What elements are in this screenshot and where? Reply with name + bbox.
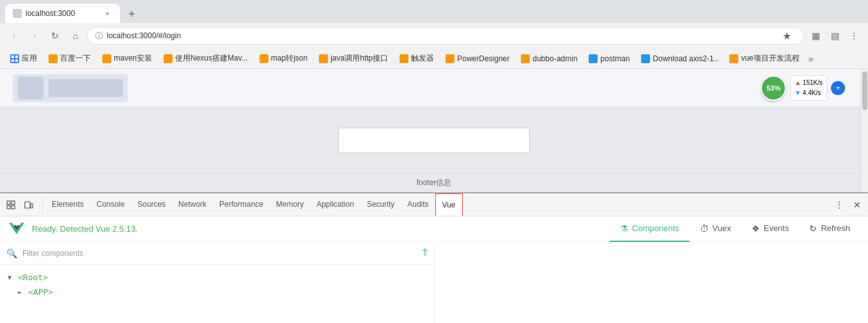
bookmark-apps[interactable]: 应用 <box>5 50 42 66</box>
footer-text: footer信息 <box>417 177 452 188</box>
devtools-close-button[interactable]: ✕ <box>849 197 865 213</box>
page-scrollbar[interactable] <box>860 69 868 192</box>
plus-badge[interactable]: + <box>831 81 845 95</box>
bookmark-favicon <box>399 54 408 63</box>
bookmarks-bar: 应用 百度一下 maven安装 使用Nexus搭建Mav... map转json… <box>0 49 868 69</box>
tab-close-button[interactable]: × <box>102 8 112 19</box>
url-bar[interactable]: ⓘ localhost:3000/#/login ★ <box>87 27 804 45</box>
bookmark-trigger-label: 触发器 <box>411 53 434 64</box>
bookmark-favicon <box>49 54 58 63</box>
scrollbar-thumb[interactable] <box>862 71 867 110</box>
devtools-icons-left <box>3 197 43 213</box>
logo-area <box>13 74 128 102</box>
footer-bar: footer信息 <box>0 173 868 192</box>
tab-console[interactable]: Console <box>90 193 131 216</box>
back-button[interactable]: ‹ <box>5 27 23 45</box>
components-icon: ⚗ <box>620 223 628 234</box>
tab-elements[interactable]: Elements <box>45 193 90 216</box>
vuex-icon: ⏱ <box>700 223 709 234</box>
bookmark-postman[interactable]: postman <box>584 52 635 66</box>
svg-rect-2 <box>7 206 10 209</box>
logo-text-placeholder <box>49 79 123 97</box>
speed-info: ▲ 151K/s ▼ 4.4K/s <box>790 75 827 101</box>
vue-body: 🔍 T̆ ▼ <Root> <box>0 242 868 323</box>
vue-component-tree: ▼ <Root> ► <APP> <box>0 265 434 323</box>
devtools-tabs: Elements Console Sources Network Perform… <box>45 193 831 216</box>
bookmark-trigger[interactable]: 触发器 <box>394 50 439 66</box>
svg-rect-1 <box>12 201 15 204</box>
menu-button[interactable]: ⋮ <box>845 27 863 45</box>
filter-options-icon[interactable]: T̆ <box>422 248 428 258</box>
bookmark-maven[interactable]: maven安装 <box>97 50 157 66</box>
tree-item-root[interactable]: ▼ <Root> <box>0 270 434 285</box>
login-input-box[interactable] <box>338 128 530 153</box>
tab-audits[interactable]: Audits <box>401 193 435 216</box>
forward-button[interactable]: › <box>26 27 43 45</box>
download-speed: ▼ 4.4K/s <box>794 88 823 98</box>
vue-tab-vuex-label: Vuex <box>713 223 731 233</box>
devtools-content: Ready. Detected Vue 2.5.13. ⚗ Components… <box>0 216 868 323</box>
vue-tab-components[interactable]: ⚗ Components <box>610 216 690 242</box>
page-header: 53% ▲ 151K/s ▼ 4.4K/s + <box>0 69 868 107</box>
browser-tab[interactable]: localhost:3000 × <box>5 4 120 23</box>
device-toolbar-button[interactable] <box>20 197 37 213</box>
bookmark-favicon <box>164 54 173 63</box>
devtools-tab-end: ⋮ ✕ <box>831 197 865 213</box>
events-icon: ❖ <box>752 223 760 234</box>
bookmark-apps-label: 应用 <box>22 53 37 64</box>
bookmark-favicon <box>319 54 328 63</box>
page-content: 53% ▲ 151K/s ▼ 4.4K/s + <box>0 69 868 192</box>
tab-sources[interactable]: Sources <box>131 193 172 216</box>
bookmark-powerdesigner[interactable]: PowerDesigner <box>440 52 515 66</box>
bookmark-dubbo[interactable]: dubbo-admin <box>516 52 582 66</box>
devtools-more-button[interactable]: ⋮ <box>831 197 848 213</box>
bookmarks-more-button[interactable]: » <box>806 51 816 66</box>
tree-arrow-app[interactable]: ► <box>18 289 26 296</box>
home-button[interactable]: ⌂ <box>66 27 84 45</box>
address-bar: ‹ › ↻ ⌂ ⓘ localhost:3000/#/login ★ ▦ ▤ ⋮ <box>0 23 868 49</box>
vue-right-tabs: ⚗ Components ⏱ Vuex ❖ Events ↻ <box>610 216 860 242</box>
bookmark-postman-label: postman <box>600 54 630 63</box>
tab-memory[interactable]: Memory <box>270 193 310 216</box>
vue-tab-events[interactable]: ❖ Events <box>741 216 800 242</box>
tab-performance[interactable]: Performance <box>213 193 270 216</box>
bookmark-nexus[interactable]: 使用Nexus搭建Mav... <box>159 50 253 66</box>
bookmark-star-button[interactable]: ★ <box>778 27 796 45</box>
vue-tab-vuex[interactable]: ⏱ Vuex <box>690 216 741 242</box>
extensions-button[interactable]: ▤ <box>826 27 844 45</box>
tab-network[interactable]: Network <box>172 193 213 216</box>
bookmark-favicon <box>729 54 738 63</box>
toolbar-buttons: ▦ ▤ ⋮ <box>807 27 863 45</box>
tree-tag-app: <APP> <box>28 287 53 297</box>
bookmark-vue-flow-label: vue项目开发流程 <box>741 53 799 64</box>
bookmark-java-http-label: java调用http接口 <box>330 53 388 64</box>
new-tab-button[interactable]: + <box>123 5 141 23</box>
vue-left-panel: 🔍 T̆ ▼ <Root> <box>0 242 435 323</box>
page-inner: 53% ▲ 151K/s ▼ 4.4K/s + <box>0 69 868 192</box>
bookmark-map[interactable]: map转json <box>254 50 313 66</box>
tab-application[interactable]: Application <box>310 193 360 216</box>
page-body <box>0 107 868 173</box>
tab-vue[interactable]: Vue <box>435 193 463 216</box>
login-form-area <box>338 128 530 153</box>
vue-tab-components-label: Components <box>632 223 679 233</box>
tab-security[interactable]: Security <box>360 193 401 216</box>
bookmark-vue-flow[interactable]: vue项目开发流程 <box>724 50 804 66</box>
tree-item-app[interactable]: ► <APP> <box>0 285 434 299</box>
refresh-button[interactable]: ↻ <box>46 27 64 45</box>
vue-tab-events-label: Events <box>764 223 789 233</box>
filter-components-input[interactable] <box>22 249 417 258</box>
inspect-element-button[interactable] <box>3 197 19 213</box>
bookmark-dubbo-label: dubbo-admin <box>532 54 577 63</box>
tree-tag-root: <Root> <box>18 273 48 282</box>
tree-arrow-root[interactable]: ▼ <box>8 274 15 281</box>
cast-button[interactable]: ▦ <box>807 27 825 45</box>
bookmark-axis2[interactable]: Download axis2-1.. <box>636 52 723 66</box>
vue-right-panel <box>435 242 868 323</box>
svg-rect-3 <box>12 206 15 209</box>
bookmark-java-http[interactable]: java调用http接口 <box>314 50 393 66</box>
vue-tab-refresh[interactable]: ↻ Refresh <box>799 216 860 242</box>
tab-title: localhost:3000 <box>26 9 98 18</box>
vue-logo-icon <box>8 220 26 238</box>
bookmark-baidu[interactable]: 百度一下 <box>43 50 96 66</box>
